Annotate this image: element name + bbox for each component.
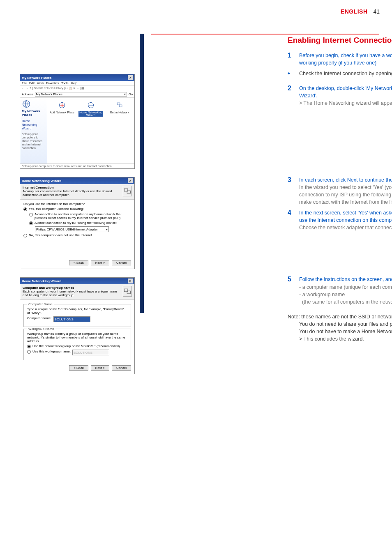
step-3-sub: In the wizard you need to select 'Yes' (… [299, 184, 392, 205]
step-1: 1 Before you begin, check if you have a … [288, 52, 392, 67]
side-title: My Network Places [22, 109, 45, 117]
step-5-l2: - a workgroup name [299, 292, 345, 297]
radio-custom-wg [27, 350, 31, 354]
radio-yes [23, 207, 27, 211]
side-desc: Sets up your computers to share resource… [22, 133, 45, 150]
svg-rect-7 [125, 289, 128, 292]
note-label: Note: these names are not the SSID or ne… [288, 313, 392, 320]
opt-yes: Yes, this computer uses the following: [29, 207, 84, 211]
left-column: My Network Places × File Edit View Favor… [0, 34, 140, 374]
address-value: My Network Places [36, 92, 62, 96]
radio-default-wg [27, 345, 31, 348]
fs1-text: Type a unique name for this computer, fo… [27, 307, 127, 315]
step-4-sub: Choose the network adapter that connects… [299, 225, 392, 230]
opt-direct: A direct connection to my ISP using the … [35, 221, 117, 225]
cancel-button: Cancel [112, 365, 131, 371]
cancel-button: Cancel [112, 260, 131, 265]
dropdown-icon: ▾ [124, 92, 126, 96]
step-1-bullet: • Check the Internet connection by openi… [288, 70, 392, 77]
menubar: File Edit View Favorites Tools Help [20, 81, 134, 86]
wizard-icon [123, 186, 132, 196]
subtitle-bold: Computer and workgroup names [23, 286, 74, 290]
subtitle-text: Each computer on your home network must … [23, 290, 117, 297]
opt-no: No, this computer does not use the Inter… [29, 233, 93, 237]
menu-tools: Tools [61, 81, 69, 85]
menu-file: File [22, 81, 27, 85]
back-button: < Back [69, 365, 88, 371]
step-5: 5 Follow the instructions on the screen,… [288, 276, 392, 306]
step-2-text: On the desktop, double-click 'My Network… [299, 85, 392, 99]
step-5-l3: (the same for all computers in the netwo… [299, 299, 392, 305]
computer-name-input [53, 316, 90, 322]
page-header: ENGLISH 41 [341, 8, 380, 15]
win-title: Home Networking Wizard [22, 179, 61, 183]
address-label: Address [22, 92, 33, 96]
workgroup-name-input [72, 350, 109, 355]
step-1-sub: Check the Internet connection by opening… [299, 70, 392, 77]
svg-rect-6 [127, 191, 130, 193]
opt-custom-wg: Use this workgroup name: [32, 350, 71, 353]
right-column: Enabling Internet Connection Sharing for… [288, 34, 392, 374]
svg-rect-5 [125, 189, 128, 191]
screenshot-my-network-places: My Network Places × File Edit View Favor… [20, 74, 135, 169]
status-bar: Sets up your computers to share resource… [20, 164, 134, 168]
menu-view: View [37, 81, 44, 85]
menu-edit: Edit [29, 81, 35, 85]
step-2-sub: > The Home Networking wizard will appear… [299, 100, 392, 106]
step-1-text: Before you begin, check if you have a wo… [299, 53, 392, 66]
step-5-text: Follow the instructions on the screen, a… [299, 276, 392, 282]
close-icon: × [128, 75, 133, 80]
step-2: 2 On the desktop, double-click 'My Netwo… [288, 85, 392, 107]
svg-rect-3 [117, 103, 120, 105]
step-number: 2 [288, 85, 293, 107]
section-title: Enabling Internet Connection Sharing for… [288, 35, 392, 45]
gutter-bar [140, 34, 144, 313]
step-3-text: In each screen, click Next to continue t… [299, 177, 392, 183]
go-button: Go [129, 92, 133, 96]
opt-default-wg: Use the default workgroup name MSHOME (r… [32, 344, 121, 348]
wizard-icon [123, 286, 132, 297]
fs2-text: Workgroup names identify a group of comp… [27, 332, 127, 343]
svg-rect-4 [119, 105, 122, 107]
step-4: 4 In the next screen, select 'Yes' when … [288, 209, 392, 231]
next-button: Next > [91, 365, 109, 371]
step-number: 1 [288, 52, 293, 67]
step-number: 3 [288, 176, 293, 206]
address-box: My Network Places ▾ [35, 92, 127, 97]
fs2-legend: Workgroup Name [27, 327, 55, 331]
close-icon: × [128, 279, 133, 283]
win-title: Home Networking Wizard [22, 279, 61, 283]
radio-no [23, 234, 27, 237]
step-number: 4 [288, 209, 293, 231]
svg-rect-8 [127, 291, 130, 294]
note-2: You do not have to make a Home Networkin… [299, 328, 392, 335]
radio-conn-other [29, 213, 33, 216]
step-5-l1: - a computer name (unique for each compu… [299, 284, 392, 290]
header-language: ENGLISH [341, 8, 368, 15]
dropdown-icon: ▾ [106, 228, 108, 231]
close-icon: × [128, 178, 133, 183]
device-select: Philips CPWUE001 USB/Ethernet Adapter ▾ [35, 226, 109, 232]
icon-add-network-place: Add Network Place [50, 100, 74, 117]
step-3: 3 In each screen, click Next to continue… [288, 176, 392, 206]
bullet-icon: • [288, 70, 293, 77]
win-title: My Network Places [22, 76, 51, 80]
note-3: > This concludes the wizard. [299, 335, 392, 343]
icon-entire-network: Entire Network [107, 100, 132, 117]
device-value: Philips CPWUE001 USB/Ethernet Adapter [36, 228, 98, 231]
side-link: Home Networking Wizard [22, 119, 45, 130]
step-number: 5 [288, 276, 293, 306]
opt-conn-other: A connection to another computer on my h… [35, 212, 131, 220]
next-button: Next > [91, 260, 109, 265]
fs1-legend: Computer Name [27, 302, 54, 306]
menu-favorites: Favorites [46, 81, 59, 85]
menu-help: Help [71, 81, 77, 85]
screenshot-internet-connection: Home Networking Wizard × Internet Connec… [20, 177, 135, 269]
toolbar: ← → ↥ | Search Folders History | ✂ 📋 ✕ ∽… [20, 86, 134, 91]
icon-home-networking-wizard: Home Networking Wizard [78, 100, 103, 117]
radio-direct [29, 221, 33, 225]
subtitle-bold: Internet Connection [23, 186, 54, 189]
fs1-label: Computer name: [27, 316, 52, 320]
subtitle-text: A computer can access the Internet direc… [23, 189, 112, 197]
step-4-text: In the next screen, select 'Yes' when as… [299, 210, 392, 223]
